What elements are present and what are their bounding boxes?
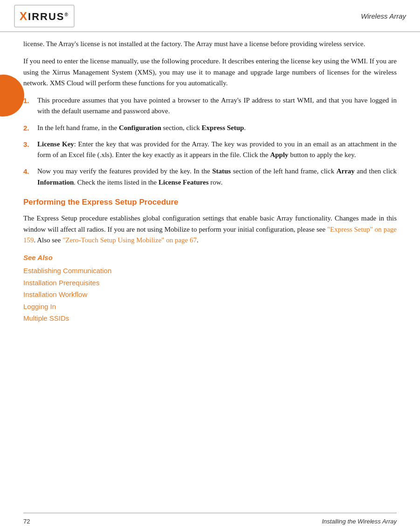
link-multiple-ssids[interactable]: Multiple SSIDs [23, 314, 69, 322]
section-paragraph: The Express Setup procedure establishes … [23, 213, 397, 246]
see-also-item-1: Establishing Communication [23, 265, 397, 277]
see-also-list: Establishing Communication Installation … [23, 265, 397, 324]
logo-box: XIRRUS® [14, 5, 75, 28]
section-text-2: . Also see [34, 236, 63, 244]
link-logging-in[interactable]: Logging In [23, 303, 56, 310]
step-3-bold-apply: Apply [270, 151, 288, 158]
logo-area: XIRRUS® [14, 5, 75, 28]
page-header: XIRRUS® Wireless Array [0, 0, 420, 32]
steps-list: 1. This procedure assumes that you have … [23, 95, 397, 188]
step-2-bold-config: Configuration [119, 124, 161, 131]
step-4-bold-array: Array [337, 167, 355, 175]
step-2-bold-express: Express Setup [201, 124, 244, 131]
see-also-item-5: Multiple SSIDs [23, 312, 397, 324]
footer-title: Installing the Wireless Array [322, 517, 397, 526]
logo-text: XIRRUS® [20, 7, 69, 25]
step-2: 2. In the left hand frame, in the Config… [23, 123, 397, 133]
step-2-number: 2. [23, 123, 37, 133]
intro-paragraph-2: If you need to enter the license manuall… [23, 56, 397, 89]
step-3-content: License Key: Enter the key that was prov… [37, 139, 397, 161]
step-4-bold-status: Status [212, 167, 231, 175]
page-wrapper: XIRRUS® Wireless Array license. The Arra… [0, 0, 420, 530]
logo-registered: ® [64, 12, 69, 17]
see-also-item-2: Installation Prerequisites [23, 277, 397, 289]
header-title: Wireless Array [361, 11, 406, 21]
step-1: 1. This procedure assumes that you have … [23, 95, 397, 117]
link-establishing-comm[interactable]: Establishing Communication [23, 267, 111, 275]
logo-x: X [20, 10, 28, 22]
step-1-content: This procedure assumes that you have poi… [37, 95, 397, 117]
step-4-content: Now you may verify the features provided… [37, 166, 397, 188]
section-text-3: . [197, 236, 199, 244]
logo-irrus: IRRUS [28, 11, 64, 22]
see-also-item-4: Logging In [23, 301, 397, 313]
step-4: 4. Now you may verify the features provi… [23, 166, 397, 188]
step-3-number: 3. [23, 139, 37, 150]
step-4-bold-info: Information [37, 179, 74, 186]
step-3-bold-licensekey: License Key [37, 140, 74, 148]
section-heading: Performing the Express Setup Procedure [23, 196, 397, 208]
footer-page-number: 72 [23, 517, 30, 526]
link-installation-workflow[interactable]: Installation Workflow [23, 290, 87, 298]
main-content: license. The Array's license is not inst… [0, 32, 420, 513]
see-also-item-3: Installation Workflow [23, 289, 397, 301]
step-2-content: In the left hand frame, in the Configura… [37, 123, 397, 133]
intro-paragraph-1: license. The Array's license is not inst… [23, 39, 397, 49]
step-3: 3. License Key: Enter the key that was p… [23, 139, 397, 161]
step-1-number: 1. [23, 95, 37, 106]
page-footer: 72 Installing the Wireless Array [23, 513, 397, 530]
link-installation-prereq[interactable]: Installation Prerequisites [23, 279, 99, 287]
step-4-bold-licensefeatures: License Features [158, 179, 209, 186]
link-zero-touch[interactable]: "Zero-Touch Setup Using Mobilize" on pag… [62, 236, 197, 244]
step-4-number: 4. [23, 166, 37, 177]
see-also-heading: See Also [23, 252, 397, 263]
